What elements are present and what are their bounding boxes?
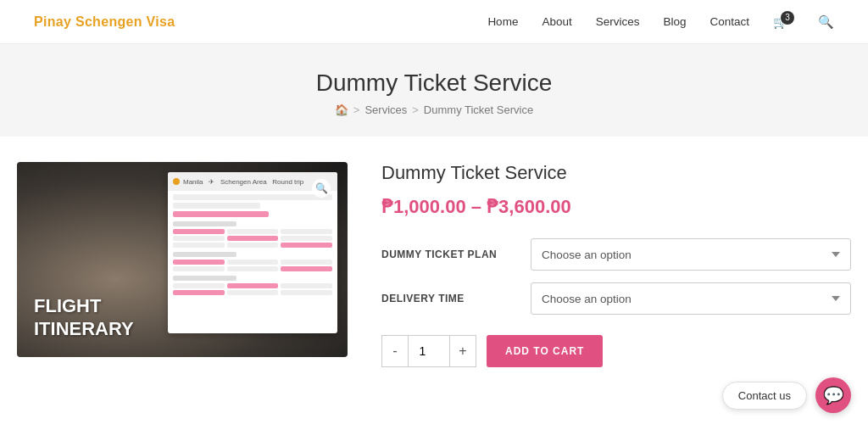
breadcrumb-services[interactable]: Services: [364, 103, 407, 116]
doc-flight-col: [281, 236, 332, 241]
page-banner: Dummy Ticket Service 🏠 > Services > Dumm…: [0, 44, 868, 137]
doc-section-3: [173, 276, 332, 295]
doc-row-pink: [173, 211, 269, 217]
breadcrumb-sep-2: >: [412, 103, 419, 116]
doc-flight-col: [173, 243, 225, 248]
doc-flight-col: [227, 243, 279, 248]
cart-area[interactable]: 🛒 3: [773, 15, 787, 29]
doc-flight-col: [173, 236, 225, 241]
doc-section: [173, 221, 332, 248]
doc-flight-col: [173, 266, 225, 271]
site-header: Pinay Schengen Visa Home About Services …: [0, 0, 868, 44]
doc-flight-row: [173, 229, 332, 234]
doc-section-title: [173, 221, 236, 226]
doc-flight-col: [281, 266, 332, 271]
doc-flight-col: [281, 283, 332, 288]
chat-bubble-button[interactable]: 💬: [815, 377, 851, 413]
doc-flight-row: [173, 266, 332, 271]
dummy-ticket-plan-select[interactable]: Choose an option One Way Round Trip Mult…: [531, 238, 851, 271]
doc-flight-col: [173, 260, 225, 265]
doc-flight-col: [227, 266, 279, 271]
doc-flight-col: [281, 229, 332, 234]
product-image: Manila ✈ Schengen Area Round trip: [17, 162, 348, 357]
zoom-icon[interactable]: 🔍: [312, 179, 331, 198]
doc-section-2: [173, 252, 332, 271]
doc-flight-col: [281, 243, 332, 248]
doc-flight-col: [227, 260, 279, 265]
doc-row: [173, 203, 260, 209]
doc-body: [168, 191, 337, 300]
qty-minus-button[interactable]: -: [381, 335, 409, 367]
doc-flight-col: [281, 290, 332, 295]
site-logo: Pinay Schengen Visa: [34, 14, 175, 30]
main-content: Manila ✈ Schengen Area Round trip: [0, 137, 868, 418]
doc-title: Manila ✈ Schengen Area Round trip: [183, 178, 332, 186]
page-title: Dummy Ticket Service: [17, 70, 851, 97]
main-nav: Home About Services Blog Contact 🛒 3 🔍: [487, 14, 834, 30]
doc-flight-col: [281, 260, 332, 265]
delivery-time-select[interactable]: Choose an option 1 Hour 3 Hours Same Day: [531, 282, 851, 315]
doc-flight-col: [227, 283, 279, 288]
dummy-ticket-plan-row: DUMMY TICKET PLAN Choose an option One W…: [381, 238, 851, 271]
doc-flight-row: [173, 283, 332, 288]
price-range: ₱1,000.00 – ₱3,600.00: [381, 196, 851, 218]
cart-count: 3: [781, 11, 794, 25]
dummy-ticket-plan-label: DUMMY TICKET PLAN: [381, 249, 517, 260]
breadcrumb-current: Dummy Ticket Service: [424, 103, 533, 116]
breadcrumb: 🏠 > Services > Dummy Ticket Service: [17, 103, 851, 116]
cart-row: - + ADD TO CART: [381, 335, 851, 367]
doc-flight-col: [227, 236, 279, 241]
doc-flight-col: [227, 229, 279, 234]
chat-icon: 💬: [823, 385, 844, 405]
nav-about[interactable]: About: [542, 15, 571, 28]
doc-flight-col: [173, 229, 225, 234]
contact-us-area: Contact us 💬: [722, 377, 851, 413]
doc-flight-col: [173, 290, 225, 295]
nav-home[interactable]: Home: [487, 15, 518, 28]
breadcrumb-home[interactable]: 🏠: [335, 103, 348, 116]
doc-flight-row: [173, 260, 332, 265]
doc-flight-row: [173, 243, 332, 248]
delivery-time-label: DELIVERY TIME: [381, 293, 517, 304]
doc-logo-dot: [173, 178, 180, 185]
product-details: Dummy Ticket Service ₱1,000.00 – ₱3,600.…: [381, 162, 851, 367]
doc-section-title-2: [173, 252, 236, 257]
breadcrumb-sep-1: >: [353, 103, 360, 116]
doc-flight-col: [173, 283, 225, 288]
nav-contact[interactable]: Contact: [709, 15, 749, 28]
qty-input[interactable]: [409, 335, 449, 367]
delivery-time-row: DELIVERY TIME Choose an option 1 Hour 3 …: [381, 282, 851, 315]
contact-us-button[interactable]: Contact us: [722, 382, 807, 410]
doc-section-title-3: [173, 276, 236, 281]
nav-services[interactable]: Services: [596, 15, 640, 28]
add-to-cart-button[interactable]: ADD TO CART: [487, 335, 603, 367]
itinerary-document: Manila ✈ Schengen Area Round trip: [168, 172, 337, 333]
qty-plus-button[interactable]: +: [449, 335, 476, 367]
doc-flight-row: [173, 236, 332, 241]
nav-blog[interactable]: Blog: [663, 15, 686, 28]
search-icon[interactable]: 🔍: [818, 14, 834, 30]
doc-flight-row: [173, 290, 332, 295]
doc-flight-col: [227, 290, 279, 295]
product-title: Dummy Ticket Service: [381, 162, 851, 184]
flight-itinerary-label: FLIGHT ITINERARY: [34, 295, 134, 340]
cart-icon-wrap[interactable]: 🛒 3: [773, 15, 787, 29]
doc-row: [173, 194, 332, 200]
